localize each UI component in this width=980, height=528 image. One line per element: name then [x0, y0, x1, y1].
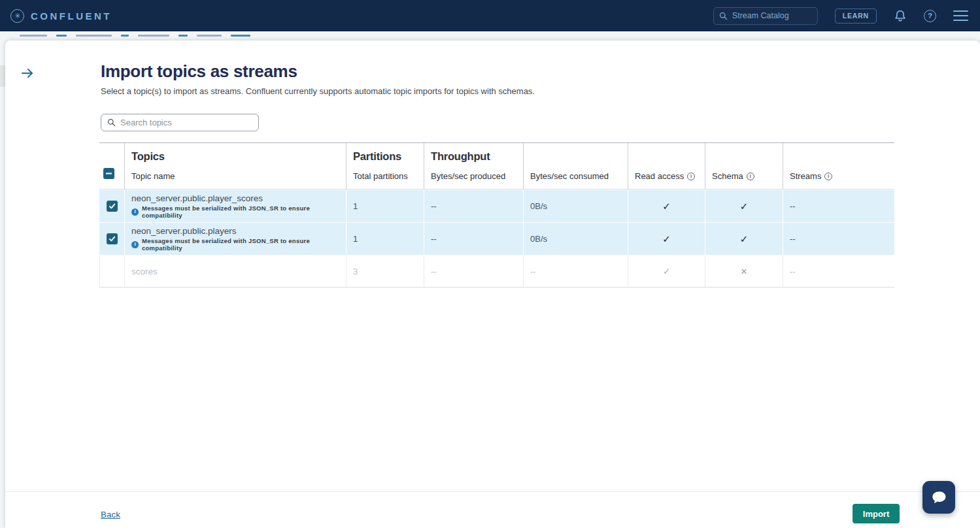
streams-cell: --	[783, 256, 894, 287]
header-select-all-cell	[99, 143, 124, 189]
breadcrumb-fragment	[178, 35, 188, 37]
produced-cell: --	[424, 223, 523, 255]
breadcrumb-fragment	[20, 35, 47, 37]
row-select-cell	[99, 256, 124, 287]
info-icon: i	[131, 241, 139, 248]
stream-catalog-input[interactable]	[732, 11, 812, 20]
row-select-cell	[99, 190, 124, 222]
topic-cell: neon_server.public.player_scores i Messa…	[124, 190, 346, 222]
brand-name: CONFLUENT	[31, 10, 112, 22]
import-topics-panel: Import topics as streams Select a topic(…	[5, 41, 980, 528]
collapse-panel-arrow-icon[interactable]	[20, 65, 35, 84]
search-topics-field[interactable]	[101, 114, 259, 131]
breadcrumb-fragment	[76, 35, 112, 37]
produced-cell: --	[424, 190, 523, 222]
import-button[interactable]: Import	[853, 504, 900, 523]
read-access-cell: ✓	[628, 256, 705, 287]
search-icon	[107, 118, 116, 127]
chat-widget-button[interactable]	[922, 481, 955, 514]
app-background: ✳ CONFLUENT LEARN ?	[0, 0, 980, 528]
streams-cell: --	[783, 190, 894, 222]
row-checkbox[interactable]	[107, 233, 118, 244]
table-row-disabled: scores 3 -- -- ✓ ✕ --	[99, 256, 894, 288]
breadcrumb-fragment	[121, 35, 129, 37]
search-topics-input[interactable]	[120, 118, 252, 127]
read-access-cell: ✓	[628, 190, 705, 222]
read-access-info-icon[interactable]: i	[687, 173, 695, 180]
schema-cell: ✓	[705, 223, 783, 255]
partitions-cell: 3	[346, 256, 424, 287]
confluent-logo[interactable]: ✳ CONFLUENT	[10, 9, 112, 23]
breadcrumb-fragment	[231, 35, 250, 37]
topic-cell: neon_server.public.players i Messages mu…	[124, 223, 346, 255]
topic-note: i Messages must be serialized with JSON_…	[131, 237, 339, 252]
info-icon: i	[131, 208, 139, 216]
confluent-logo-icon: ✳	[10, 9, 24, 23]
header-schema: Schema i	[705, 143, 783, 189]
table-header: Topics Topic name Partitions Total parti…	[99, 142, 894, 190]
row-checkbox[interactable]	[107, 201, 118, 212]
schema-cell: ✓	[705, 190, 783, 222]
select-all-checkbox[interactable]	[103, 168, 114, 179]
header-throughput-produced: Throughput Bytes/sec produced	[424, 143, 523, 189]
topic-name: scores	[131, 267, 158, 276]
header-partitions: Partitions Total partitions	[346, 143, 424, 189]
breadcrumb-fragment	[56, 35, 67, 37]
topic-note: i Messages must be serialized with JSON_…	[131, 205, 339, 219]
consumed-cell: 0B/s	[523, 223, 628, 255]
row-select-cell	[99, 223, 124, 255]
stream-catalog-search[interactable]	[713, 7, 818, 25]
notifications-bell-icon[interactable]	[894, 9, 907, 23]
help-icon[interactable]: ?	[924, 10, 936, 22]
navbar-actions: LEARN ?	[713, 7, 968, 25]
table-row: neon_server.public.players i Messages mu…	[99, 223, 894, 255]
chat-bubble-icon	[930, 488, 948, 506]
consumed-cell: 0B/s	[523, 190, 628, 222]
topics-table: Topics Topic name Partitions Total parti…	[99, 142, 894, 288]
topic-cell: scores	[124, 256, 346, 287]
breadcrumb	[20, 35, 346, 39]
learn-button[interactable]: LEARN	[835, 8, 877, 24]
topic-name: neon_server.public.player_scores	[131, 193, 263, 203]
breadcrumb-fragment	[197, 35, 222, 37]
consumed-cell: --	[523, 256, 628, 287]
schema-cell: ✕	[705, 256, 783, 287]
header-read-access: Read access i	[628, 143, 705, 189]
topic-name: neon_server.public.players	[131, 226, 237, 236]
top-navbar: ✳ CONFLUENT LEARN ?	[0, 0, 980, 31]
header-throughput-consumed: Bytes/sec consumed	[523, 143, 628, 189]
footer-divider	[5, 491, 980, 492]
streams-cell: --	[783, 223, 894, 255]
page-title: Import topics as streams	[101, 61, 297, 82]
streams-info-icon[interactable]: i	[824, 173, 832, 180]
header-topics: Topics Topic name	[124, 143, 346, 189]
schema-info-icon[interactable]: i	[747, 173, 754, 180]
search-icon	[719, 12, 728, 20]
table-row: neon_server.public.player_scores i Messa…	[99, 190, 894, 222]
partitions-cell: 1	[346, 190, 424, 222]
back-link[interactable]: Back	[101, 510, 120, 520]
produced-cell: --	[424, 256, 523, 287]
header-streams: Streams i	[783, 143, 894, 189]
hamburger-menu-icon[interactable]	[953, 9, 968, 22]
breadcrumb-fragment	[138, 35, 169, 37]
collapsed-sidebar-edge	[0, 65, 5, 87]
partitions-cell: 1	[346, 223, 424, 255]
read-access-cell: ✓	[628, 223, 705, 255]
page-subtitle: Select a topic(s) to import as streams. …	[101, 86, 535, 96]
